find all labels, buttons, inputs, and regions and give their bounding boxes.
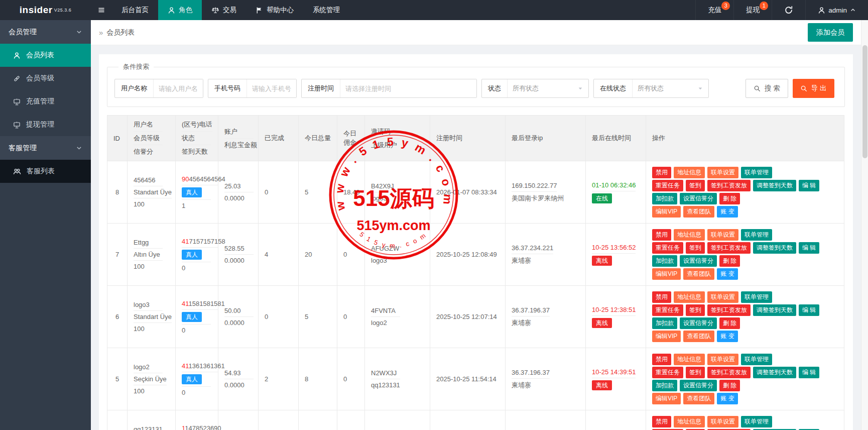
group-member-manage-header[interactable]: 会员管理 [0,20,91,44]
set-credit-button[interactable]: 设置信誉分 [680,317,717,329]
account-change-button[interactable]: 账 变 [717,393,737,404]
set-credit-button[interactable]: 设置信誉分 [680,255,717,267]
online-status-select-value[interactable]: 所有状态 [632,79,697,97]
order-setting-button[interactable]: 联单设置 [707,416,738,427]
set-credit-button[interactable]: 设置信誉分 [680,380,717,391]
add-deduction-button[interactable]: 加扣款 [652,380,677,391]
order-manage-button[interactable]: 联单管理 [741,229,772,241]
edit-button[interactable]: 编 辑 [799,242,819,254]
ban-button[interactable]: 禁用 [652,291,671,303]
edit-vip-button[interactable]: 编辑VIP [652,331,681,342]
sidebar-toggle-button[interactable] [91,0,112,20]
reset-task-button[interactable]: 重置任务 [652,367,683,378]
export-button[interactable]: 导 出 [793,79,834,98]
view-team-button[interactable]: 查看团队 [683,393,714,404]
sidebar-item-member-list[interactable]: 会员列表 [0,44,91,67]
cell-user: logo3Standart Üye100 [128,286,176,348]
edit-vip-button[interactable]: 编辑VIP [652,268,681,280]
set-credit-button[interactable]: 设置信誉分 [680,193,717,204]
nav-help[interactable]: 帮助中心 [246,0,303,20]
signin-button[interactable]: 签到 [686,304,705,316]
address-info-button[interactable]: 地址信息 [674,291,705,303]
order-setting-button[interactable]: 联单设置 [707,354,738,365]
account-change-button[interactable]: 账 变 [717,206,737,218]
sidebar-item-recharge-manage[interactable]: 充值管理 [0,90,91,113]
address-info-button[interactable]: 地址信息 [674,229,705,241]
adjust-signin-days-button[interactable]: 调整签到天数 [753,180,796,191]
order-setting-button[interactable]: 联单设置 [707,229,738,241]
table-row: 7EttggAltın Üye100417157157158真人0528.550… [107,224,844,286]
search-button[interactable]: 搜 索 [746,79,788,98]
signin-salary-button[interactable]: 签到工资发放 [707,242,751,254]
edit-button[interactable]: 编 辑 [799,367,819,378]
ban-button[interactable]: 禁用 [652,416,671,427]
edit-button[interactable]: 编 辑 [799,304,819,316]
register-time-field-input[interactable] [340,79,476,97]
sidebar-item-service-list[interactable]: 客服列表 [0,160,91,183]
edit-vip-button[interactable]: 编辑VIP [652,393,681,404]
order-manage-button[interactable]: 联单管理 [741,354,772,365]
nav-role[interactable]: 角色 [158,0,202,20]
delete-button[interactable]: 删 除 [719,380,740,391]
add-deduction-button[interactable]: 加扣款 [652,317,677,329]
reset-task-button[interactable]: 重置任务 [652,180,683,191]
address-info-button[interactable]: 地址信息 [674,167,705,178]
account-change-button[interactable]: 账 变 [717,331,737,342]
add-member-button[interactable]: 添加会员 [808,23,853,42]
delete-button[interactable]: 删 除 [719,193,740,204]
ban-button[interactable]: 禁用 [652,354,671,365]
order-manage-button[interactable]: 联单管理 [741,291,772,303]
admin-menu[interactable]: admin [805,0,868,20]
cell-completed: 0 [259,286,299,348]
order-manage-button[interactable]: 联单管理 [741,416,772,427]
chevron-down-icon [76,29,82,35]
phone-field-input[interactable] [246,79,296,97]
view-team-button[interactable]: 查看团队 [683,331,714,342]
add-deduction-button[interactable]: 加扣款 [652,193,677,204]
delete-button[interactable]: 删 除 [719,317,740,329]
signin-salary-button[interactable]: 签到工资发放 [707,180,751,191]
real-badge-wrap: 真人 [182,372,211,387]
address-info-button[interactable]: 地址信息 [674,354,705,365]
ban-button[interactable]: 禁用 [652,167,671,178]
adjust-signin-days-button[interactable]: 调整签到天数 [753,304,796,316]
real-badge-wrap: 真人 [182,310,211,325]
signin-button[interactable]: 签到 [686,180,705,191]
reset-task-button[interactable]: 重置任务 [652,242,683,254]
refresh-button[interactable] [772,0,805,20]
board-icon [13,121,21,129]
order-setting-button[interactable]: 联单设置 [707,167,738,178]
signin-salary-button[interactable]: 签到工资发放 [707,304,751,316]
view-team-button[interactable]: 查看团队 [683,206,714,218]
nav-trade[interactable]: 交易 [202,0,246,20]
adjust-signin-days-button[interactable]: 调整签到天数 [753,242,796,254]
signin-salary-button[interactable]: 签到工资发放 [707,367,751,378]
order-setting-button[interactable]: 联单设置 [707,291,738,303]
signin-button[interactable]: 签到 [686,242,705,254]
delete-button[interactable]: 删 除 [719,255,740,267]
cell-invite: KB79MUlogo123 [365,410,430,430]
sidebar-item-withdraw-manage[interactable]: 提现管理 [0,113,91,136]
reset-task-button[interactable]: 重置任务 [652,304,683,316]
add-deduction-button[interactable]: 加扣款 [652,255,677,267]
nav-system[interactable]: 系统管理 [303,0,349,20]
scrollbar-thumb[interactable] [862,45,867,158]
withdraw-nav-item[interactable]: 提现 1 [733,0,772,20]
edit-button[interactable]: 编 辑 [799,180,819,191]
ban-button[interactable]: 禁用 [652,229,671,241]
adjust-signin-days-button[interactable]: 调整签到天数 [753,367,796,378]
status-select-value[interactable]: 所有状态 [507,79,577,97]
recharge-nav-item[interactable]: 充值 3 [695,0,733,20]
group-service-manage-header[interactable]: 客服管理 [0,136,91,160]
username-field-input[interactable] [153,79,203,97]
signin-button[interactable]: 签到 [686,367,705,378]
hamburger-icon [97,6,105,14]
address-info-button[interactable]: 地址信息 [674,416,705,427]
register-time-field: 注册时间 [301,79,477,98]
order-manage-button[interactable]: 联单管理 [741,167,772,178]
nav-dashboard[interactable]: 后台首页 [112,0,158,20]
sidebar-item-member-level[interactable]: 会员等级 [0,67,91,90]
view-team-button[interactable]: 查看团队 [683,268,714,280]
account-change-button[interactable]: 账 变 [717,268,737,280]
edit-vip-button[interactable]: 编辑VIP [652,206,681,218]
